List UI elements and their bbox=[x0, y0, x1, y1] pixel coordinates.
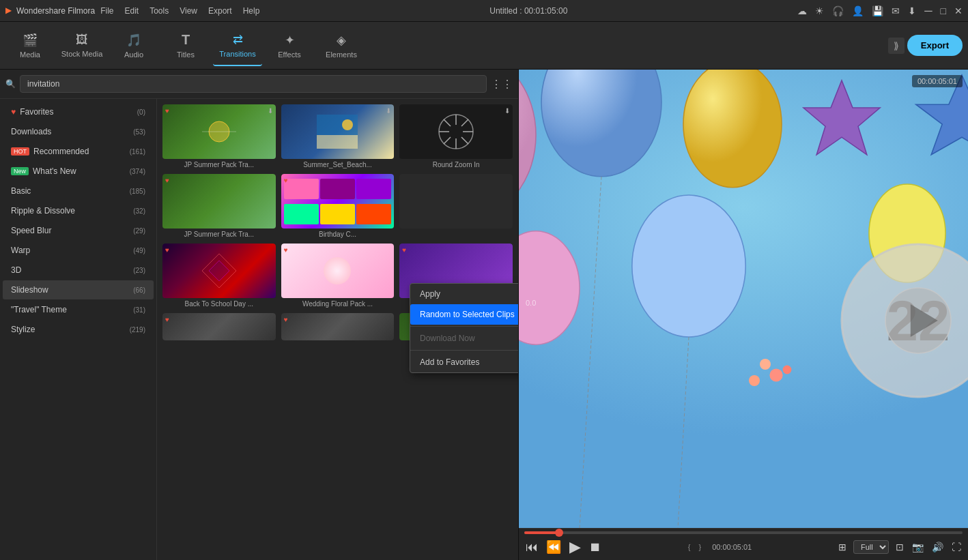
fullscreen-icon-btn[interactable]: ⊞ bbox=[837, 540, 848, 554]
media-icon: 🎬 bbox=[23, 33, 38, 48]
download-btn-1[interactable]: ⬇ bbox=[268, 107, 273, 115]
transition-item-4[interactable]: ♥ JP Summer Pack Tra... bbox=[162, 174, 276, 238]
toolbar-stock-media[interactable]: 🖼 Stock Media bbox=[57, 25, 106, 66]
progress-bar[interactable] bbox=[524, 531, 963, 534]
progress-thumb[interactable] bbox=[555, 529, 563, 537]
sun-icon[interactable]: ☀ bbox=[815, 5, 824, 16]
person-icon[interactable]: 👤 bbox=[852, 5, 864, 16]
download-btn-3[interactable]: ⬇ bbox=[504, 107, 510, 115]
cloud-icon[interactable]: ☁ bbox=[797, 5, 807, 16]
save-icon[interactable]: 💾 bbox=[872, 5, 883, 16]
ctx-download: Download Now bbox=[410, 328, 518, 349]
cat-downloads[interactable]: Downloads (53) bbox=[3, 122, 154, 141]
cat-ripple-count: (32) bbox=[133, 207, 145, 215]
cat-basic-label: Basic bbox=[11, 186, 31, 196]
transition-label-4: JP Summer Pack Tra... bbox=[162, 231, 276, 238]
toolbar-titles[interactable]: T Titles bbox=[161, 25, 210, 66]
cat-favorites-label: Favorites bbox=[20, 107, 53, 117]
hot-badge: HOT bbox=[11, 147, 29, 156]
quality-select[interactable]: Full 1/2 1/4 bbox=[853, 540, 889, 554]
cat-recommended[interactable]: HOT Recommended (161) bbox=[3, 142, 154, 161]
headphone-icon[interactable]: 🎧 bbox=[832, 5, 844, 16]
transition-thumb-4: ♥ bbox=[162, 174, 276, 229]
cat-warp[interactable]: Warp (49) bbox=[3, 241, 154, 260]
menu-edit[interactable]: Edit bbox=[125, 6, 139, 16]
ctx-favorite[interactable]: Add to Favorites Shift+F bbox=[410, 352, 518, 372]
transition-item-11[interactable]: ♥ bbox=[281, 313, 395, 340]
cat-speedblur[interactable]: Speed Blur (29) bbox=[3, 221, 154, 240]
menu-export[interactable]: Export bbox=[208, 6, 232, 16]
cat-slideshow[interactable]: Slideshow (66) bbox=[3, 280, 154, 299]
fit-screen-btn[interactable]: ⊡ bbox=[894, 540, 905, 554]
transition-item-5[interactable]: ♥ Birthday C... bbox=[281, 174, 395, 238]
main-content: 🔍 ⋮⋮ ♥ Favorites (0) Downloads (53 bbox=[0, 70, 968, 560]
transition-item-2[interactable]: ⬇ Summer_Set_Beach... bbox=[281, 104, 395, 168]
toolbar-media[interactable]: 🎬 Media bbox=[5, 25, 55, 66]
search-input[interactable] bbox=[20, 75, 487, 93]
transitions-label: Transitions bbox=[219, 50, 255, 58]
ctx-random[interactable]: Random to Selected Clips bbox=[410, 304, 518, 325]
transition-label-8: Wedding Floral Pack ... bbox=[281, 300, 395, 308]
cat-favorites[interactable]: ♥ Favorites (0) bbox=[3, 102, 154, 121]
transition-item-3[interactable]: ⬇ Round Zoom In bbox=[399, 104, 513, 168]
menu-tools[interactable]: Tools bbox=[150, 6, 169, 16]
cat-slideshow-label: Slideshow bbox=[11, 285, 48, 295]
stop-btn[interactable]: ⏹ bbox=[588, 539, 603, 556]
cat-stylize[interactable]: Stylize (219) bbox=[3, 320, 154, 339]
panel-body: ♥ Favorites (0) Downloads (53) HOT Recom… bbox=[0, 99, 518, 560]
menu-view[interactable]: View bbox=[180, 6, 197, 16]
cat-travel[interactable]: "Travel" Theme (31) bbox=[3, 300, 154, 319]
menu-help[interactable]: Help bbox=[243, 6, 260, 16]
step-back-btn[interactable]: ⏪ bbox=[545, 538, 563, 556]
mail-icon[interactable]: ✉ bbox=[892, 5, 900, 16]
transition-item-10[interactable]: ♥ bbox=[162, 313, 276, 340]
svg-point-26 bbox=[632, 195, 745, 337]
titlebar: ▶ Wondershare Filmora File Edit Tools Vi… bbox=[0, 0, 968, 22]
menu-file[interactable]: File bbox=[100, 6, 113, 16]
ctx-apply[interactable]: Apply Alt+A bbox=[410, 284, 518, 304]
close-btn[interactable]: ✕ bbox=[954, 5, 963, 16]
collapse-panel-btn[interactable]: ⟫ bbox=[888, 38, 905, 54]
transition-thumb-1: ♥ ⬇ bbox=[162, 104, 276, 159]
transition-item-1[interactable]: ♥ ⬇ JP Summer Pack Tra... bbox=[162, 104, 276, 168]
transition-label-7: Back To School Day ... bbox=[162, 300, 276, 308]
svg-point-31 bbox=[783, 366, 792, 374]
cat-3d[interactable]: 3D (23) bbox=[3, 261, 154, 280]
pip-btn[interactable]: ⛶ bbox=[950, 540, 963, 554]
cat-basic[interactable]: Basic (185) bbox=[3, 181, 154, 201]
download-icon[interactable]: ⬇ bbox=[908, 5, 916, 16]
preview-panel: 22 00:00:05:01 0.0 ⏮ ⏪ ▶ bbox=[519, 70, 968, 560]
skip-back-btn[interactable]: ⏮ bbox=[524, 539, 539, 556]
toolbar-transitions[interactable]: ⇄ Transitions bbox=[213, 25, 262, 66]
grid-options-icon[interactable]: ⋮⋮ bbox=[491, 78, 513, 91]
progress-bar-container[interactable] bbox=[524, 531, 963, 534]
download-btn-2[interactable]: ⬇ bbox=[386, 107, 391, 115]
fav-icon-4: ♥ bbox=[165, 177, 169, 184]
cat-speedblur-label: Speed Blur bbox=[11, 226, 51, 235]
export-button[interactable]: Export bbox=[907, 35, 963, 56]
preview-time-left: 0.0 bbox=[526, 299, 536, 307]
toolbar-elements[interactable]: ◈ Elements bbox=[317, 25, 366, 66]
bracket-left: { bbox=[688, 543, 691, 551]
cat-recommended-label: Recommended bbox=[33, 147, 89, 156]
preview-controls: ⏮ ⏪ ▶ ⏹ { } 00:00:05:01 ⊞ Full 1/2 1/4 ⊡… bbox=[519, 528, 968, 560]
svg-point-30 bbox=[760, 359, 771, 370]
fav-icon-5: ♥ bbox=[284, 177, 288, 184]
ctx-divider bbox=[410, 326, 518, 327]
transition-thumb-5: ♥ bbox=[281, 174, 395, 229]
play-btn[interactable]: ▶ bbox=[568, 537, 582, 557]
transition-item-8[interactable]: ♥ Wedding Floral Pack ... bbox=[281, 244, 395, 308]
transition-item-6[interactable] bbox=[399, 174, 513, 238]
cat-ripple[interactable]: Ripple & Dissolve (32) bbox=[3, 201, 154, 220]
toolbar-effects[interactable]: ✦ Effects bbox=[265, 25, 314, 66]
maximize-btn[interactable]: □ bbox=[941, 5, 946, 16]
minimize-btn[interactable]: ─ bbox=[924, 5, 932, 17]
transition-label-1: JP Summer Pack Tra... bbox=[162, 161, 276, 168]
volume-btn[interactable]: 🔊 bbox=[930, 540, 945, 554]
stock-label: Stock Media bbox=[61, 50, 103, 58]
cat-whatsnew[interactable]: New What's New (374) bbox=[3, 162, 154, 181]
effects-icon: ✦ bbox=[285, 33, 295, 48]
screenshot-btn[interactable]: 📷 bbox=[911, 540, 925, 554]
transition-item-7[interactable]: ♥ Back To School Day ... bbox=[162, 244, 276, 308]
toolbar-audio[interactable]: 🎵 Audio bbox=[109, 25, 158, 66]
